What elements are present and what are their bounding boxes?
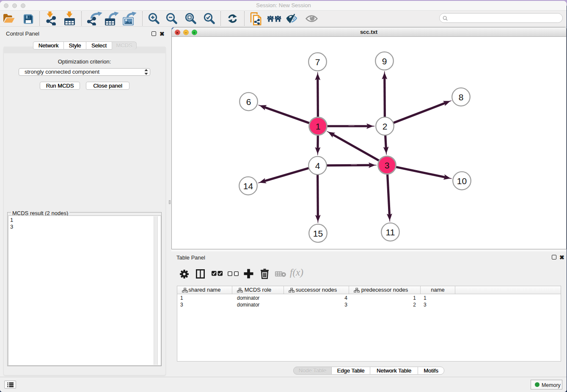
svg-text:14: 14	[243, 181, 253, 191]
svg-text:7: 7	[315, 57, 320, 67]
svg-text:6: 6	[246, 97, 251, 107]
svg-text:15: 15	[313, 229, 322, 238]
svg-text:11: 11	[385, 227, 395, 237]
svg-text:9: 9	[382, 56, 387, 66]
svg-text:10: 10	[457, 176, 466, 186]
svg-text:1: 1	[315, 121, 320, 131]
svg-text:4: 4	[315, 161, 320, 171]
svg-text:2: 2	[382, 121, 387, 131]
svg-text:8: 8	[458, 92, 463, 102]
svg-text:3: 3	[384, 160, 389, 170]
